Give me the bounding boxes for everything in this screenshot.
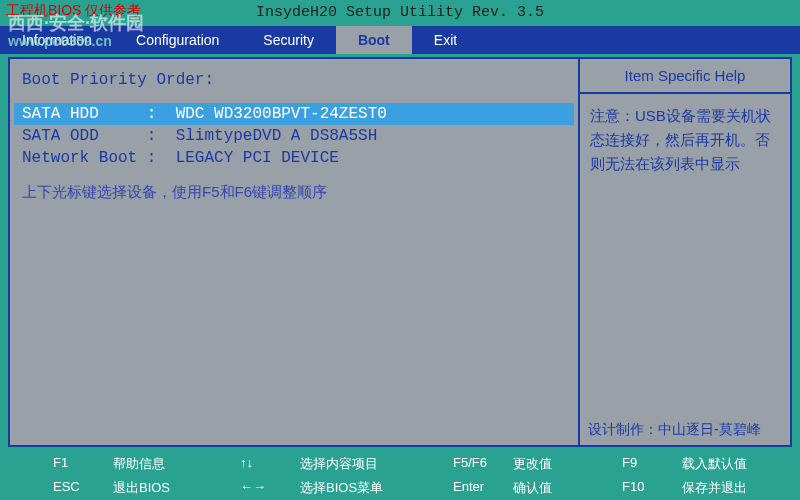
legend-row: F9载入默认值 [622,455,747,473]
legend-column: F1帮助信息ESC退出BIOS [53,455,170,497]
menu-item-configuration[interactable]: Configuration [114,26,241,54]
help-pane: Item Specific Help 注意：USB设备需要关机状态连接好，然后再… [580,59,790,445]
legend-column: ↑↓选择内容项目←→选择BIOS菜单 [240,455,383,497]
usage-hint: 上下光标键选择设备，使用F5和F6键调整顺序 [14,169,574,216]
legend-row: Enter确认值 [453,479,552,497]
menu-item-information[interactable]: Information [0,26,114,54]
legend-label: 更改值 [513,455,552,473]
legend-column: F9载入默认值F10保存并退出 [622,455,747,497]
boot-order-pane: Boot Priority Order: SATA HDD : WDC WD32… [10,59,580,445]
legend-row: ←→选择BIOS菜单 [240,479,383,497]
menu-bar: InformationConfigurationSecurityBootExit [0,26,800,54]
legend-key: ←→ [240,479,286,497]
legend-label: 保存并退出 [682,479,747,497]
legend-row: ↑↓选择内容项目 [240,455,383,473]
legend-label: 退出BIOS [113,479,170,497]
help-title: Item Specific Help [580,59,790,94]
legend-label: 选择内容项目 [300,455,378,473]
boot-row[interactable]: Network Boot : LEGACY PCI DEVICE [14,147,574,169]
boot-row[interactable]: SATA HDD : WDC WD3200BPVT-24ZEST0 [14,103,574,125]
legend-row: ESC退出BIOS [53,479,170,497]
legend-label: 载入默认值 [682,455,747,473]
legend-key: F5/F6 [453,455,499,473]
menu-item-exit[interactable]: Exit [412,26,479,54]
legend-key: ↑↓ [240,455,286,473]
menu-item-security[interactable]: Security [241,26,336,54]
help-body: 注意：USB设备需要关机状态连接好，然后再开机。否则无法在该列表中显示 [580,94,790,415]
legend-key: F10 [622,479,668,497]
boot-row[interactable]: SATA ODD : SlimtypeDVD A DS8A5SH [14,125,574,147]
legend-row: F10保存并退出 [622,479,747,497]
section-title: Boot Priority Order: [14,69,574,103]
legend-label: 帮助信息 [113,455,165,473]
menu-item-boot[interactable]: Boot [336,26,412,54]
credit-text: 设计制作：中山逐日-莫碧峰 [580,415,790,445]
legend-label: 确认值 [513,479,552,497]
legend-key: F1 [53,455,99,473]
legend-key: ESC [53,479,99,497]
legend-key: Enter [453,479,499,497]
legend-row: F5/F6更改值 [453,455,552,473]
legend-key: F9 [622,455,668,473]
legend-column: F5/F6更改值Enter确认值 [453,455,552,497]
legend-row: F1帮助信息 [53,455,170,473]
reference-annotation: 工程机BIOS 仅供参考 [6,2,141,20]
key-legend: F1帮助信息ESC退出BIOS↑↓选择内容项目←→选择BIOS菜单F5/F6更改… [0,447,800,500]
legend-label: 选择BIOS菜单 [300,479,383,497]
body-area: Boot Priority Order: SATA HDD : WDC WD32… [8,57,792,447]
